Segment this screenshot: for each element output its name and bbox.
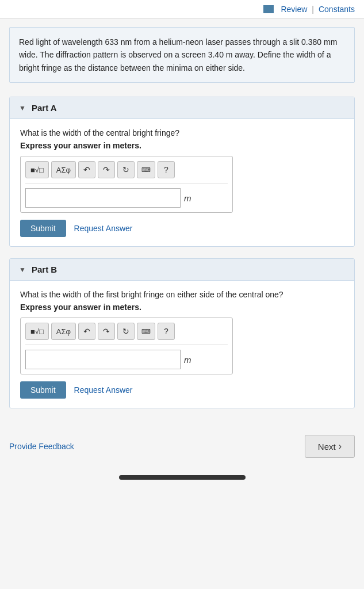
part-a-request-link[interactable]: Request Answer xyxy=(74,224,133,233)
part-b-toolbar: ■√□ ΑΣφ ↶ ↷ ↻ ⌨ ? xyxy=(25,323,228,345)
part-b-header[interactable]: ▼ Part B xyxy=(10,259,354,281)
part-b-button-row: Submit Request Answer xyxy=(20,381,344,399)
collapse-a-icon: ▼ xyxy=(18,104,27,113)
footer: Provide Feedback Next › xyxy=(0,426,364,475)
part-b-express: Express your answer in meters. xyxy=(20,303,344,312)
part-b-question: What is the width of the first bright fr… xyxy=(20,290,344,299)
part-a-title: Part A xyxy=(32,103,57,113)
part-a-undo-btn[interactable]: ↶ xyxy=(78,161,95,178)
part-b-answer-box: ■√□ ΑΣφ ↶ ↷ ↻ ⌨ ? m xyxy=(20,318,233,374)
next-button[interactable]: Next › xyxy=(305,435,355,458)
part-a-keyboard-btn[interactable]: ⌨ xyxy=(137,161,155,178)
part-a-submit-btn[interactable]: Submit xyxy=(20,220,66,237)
part-a-button-row: Submit Request Answer xyxy=(20,220,344,237)
part-a-redo-btn[interactable]: ↷ xyxy=(98,161,115,178)
part-b-section: ▼ Part B What is the width of the first … xyxy=(9,258,355,408)
part-a-help-btn[interactable]: ? xyxy=(158,161,175,178)
part-b-math-btn[interactable]: ■√□ xyxy=(25,323,49,340)
part-b-unit: m xyxy=(184,355,191,365)
constants-link[interactable]: Constants xyxy=(319,5,355,14)
top-bar: Review | Constants xyxy=(0,0,364,19)
part-a-question: What is the width of the central bright … xyxy=(20,128,344,137)
problem-text: Red light of wavelength 633 nm from a he… xyxy=(19,37,337,72)
part-a-input[interactable] xyxy=(25,188,181,208)
part-a-unit: m xyxy=(184,193,191,203)
bottom-bar xyxy=(119,475,246,480)
part-b-reset-btn[interactable]: ↻ xyxy=(117,323,135,340)
part-b-help-btn[interactable]: ? xyxy=(158,323,175,340)
part-b-keyboard-btn[interactable]: ⌨ xyxy=(137,323,155,340)
part-b-input-row: m xyxy=(25,350,228,369)
review-link[interactable]: Review xyxy=(281,5,307,14)
part-a-toolbar: ■√□ ΑΣφ ↶ ↷ ↻ ⌨ ? xyxy=(25,161,228,183)
separator: | xyxy=(312,5,314,14)
part-b-symbol-btn[interactable]: ΑΣφ xyxy=(51,323,76,340)
part-a-reset-btn[interactable]: ↻ xyxy=(117,161,135,178)
part-b-body: What is the width of the first bright fr… xyxy=(10,281,354,408)
main-content: ▼ Part A What is the width of the centra… xyxy=(0,91,364,426)
part-b-title: Part B xyxy=(32,265,57,274)
part-a-math-btn[interactable]: ■√□ xyxy=(25,161,49,178)
part-a-symbol-btn[interactable]: ΑΣφ xyxy=(51,161,76,178)
part-a-header[interactable]: ▼ Part A xyxy=(10,97,354,119)
part-a-answer-box: ■√□ ΑΣφ ↶ ↷ ↻ ⌨ ? m xyxy=(20,156,233,213)
part-a-input-row: m xyxy=(25,188,228,208)
part-b-input[interactable] xyxy=(25,350,181,369)
part-b-redo-btn[interactable]: ↷ xyxy=(98,323,115,340)
part-b-submit-btn[interactable]: Submit xyxy=(20,381,66,399)
part-a-express: Express your answer in meters. xyxy=(20,141,344,150)
problem-statement: Red light of wavelength 633 nm from a he… xyxy=(9,27,355,83)
part-b-request-link[interactable]: Request Answer xyxy=(74,385,133,395)
part-a-body: What is the width of the central bright … xyxy=(10,119,354,246)
review-icon xyxy=(263,5,274,13)
collapse-b-icon: ▼ xyxy=(18,265,27,274)
part-a-section: ▼ Part A What is the width of the centra… xyxy=(9,97,355,247)
part-b-undo-btn[interactable]: ↶ xyxy=(78,323,95,340)
next-arrow-icon: › xyxy=(339,441,342,452)
next-label: Next xyxy=(318,442,336,452)
provide-feedback-link[interactable]: Provide Feedback xyxy=(9,442,74,451)
